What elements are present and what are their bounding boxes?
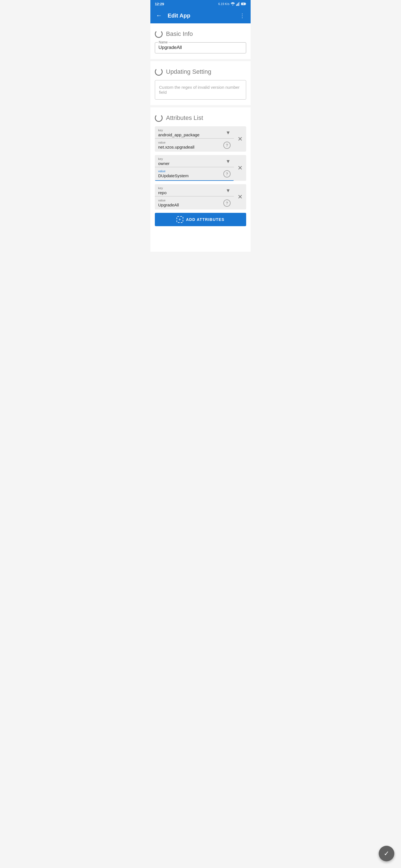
app-bar-left: ← Edit App [155,11,190,20]
updating-setting-loading-icon [155,68,163,76]
attribute-1-value-content: value net.xzos.upgradeall [158,141,194,149]
updating-setting-section-header: Updating Setting [150,61,251,80]
regex-placeholder: Custom the regex of invalid version numb… [159,85,239,95]
svg-point-0 [232,5,233,6]
attribute-2-dropdown-icon[interactable]: ▼ [226,159,231,164]
updating-setting-title: Updating Setting [166,68,211,75]
name-field-value[interactable]: UpgradeAll [159,44,182,50]
attribute-3-value-text: UpgradeAll [158,202,179,207]
add-attributes-label: ADD ATTRIBUTES [186,217,225,222]
attribute-1-key-field[interactable]: key android_app_package ▼ [155,126,234,138]
svg-rect-1 [236,4,237,6]
svg-rect-4 [239,2,240,6]
app-bar-title: Edit App [168,12,190,19]
status-bar: 12:29 6.19 K/s 58 [150,0,251,8]
svg-rect-3 [238,2,239,6]
content-area: Basic Info Name UpgradeAll Updating Sett… [150,23,251,252]
attribute-3-delete-button[interactable]: ✕ [235,192,245,202]
status-icons: 6.19 K/s 58 [218,2,246,6]
network-speed: 6.19 K/s [218,2,229,6]
app-bar: ← Edit App ⋮ [150,8,251,23]
attribute-3-key-label: key [158,186,167,190]
attribute-row-1: key android_app_package ▼ value net.xzos… [155,126,246,152]
basic-info-loading-icon [155,30,163,38]
attribute-2-delete-button[interactable]: ✕ [235,163,245,173]
add-attributes-icon: + [176,216,183,223]
attribute-2-key-label: key [158,157,170,160]
attribute-3-key-value: repo [158,190,167,195]
battery-icon: 58 [241,2,246,6]
back-button[interactable]: ← [155,11,163,20]
attribute-1-key-content: key android_app_package [158,128,199,137]
more-options-button[interactable]: ⋮ [238,11,246,20]
attribute-row-1-inner: key android_app_package ▼ value net.xzos… [155,126,234,152]
attribute-2-value-content: value DUpdateSystem [158,169,189,178]
attribute-2-value-text: DUpdateSystem [158,173,189,178]
svg-rect-6 [245,3,246,4]
attribute-3-key-content: key repo [158,186,167,195]
attribute-2-help-icon[interactable]: ? [223,170,231,178]
attribute-3-help-icon[interactable]: ? [223,199,231,207]
attribute-row-3-inner: key repo ▼ value UpgradeAll ? [155,184,234,210]
attribute-row-2: key owner ▼ value DUpdateSystem ? ✕ [155,155,246,181]
basic-info-title: Basic Info [166,30,193,37]
attribute-1-key-value: android_app_package [158,132,199,137]
attribute-3-value-label: value [158,199,179,202]
attribute-2-key-content: key owner [158,157,170,166]
attributes-list-section-header: Attributes List [150,107,251,126]
attribute-row-2-inner: key owner ▼ value DUpdateSystem ? [155,155,234,181]
svg-text:58: 58 [242,3,244,5]
svg-rect-2 [237,4,238,6]
attribute-1-dropdown-icon[interactable]: ▼ [226,130,231,136]
attribute-3-value-field[interactable]: value UpgradeAll ? [155,196,234,210]
section-divider-1 [150,59,251,61]
attribute-2-key-field[interactable]: key owner ▼ [155,155,234,167]
attribute-1-value-text: net.xzos.upgradeall [158,144,194,149]
section-divider-2 [150,105,251,107]
signal-icon [236,2,240,6]
attribute-2-value-label: value [158,169,189,173]
attribute-1-value-label: value [158,141,194,144]
add-icon-symbol: + [178,217,181,222]
attribute-row-3: key repo ▼ value UpgradeAll ? ✕ [155,184,246,210]
attribute-1-help-icon[interactable]: ? [223,142,231,149]
name-field-label: Name [158,40,169,44]
attribute-1-value-field[interactable]: value net.xzos.upgradeall ? [155,138,234,152]
attribute-1-delete-button[interactable]: ✕ [235,134,245,144]
add-attributes-button[interactable]: + ADD ATTRIBUTES [155,213,246,226]
name-field-container[interactable]: Name UpgradeAll [155,42,246,54]
attribute-3-value-content: value UpgradeAll [158,199,179,207]
basic-info-section-header: Basic Info [150,23,251,42]
attribute-2-key-value: owner [158,160,170,166]
attribute-3-key-field[interactable]: key repo ▼ [155,184,234,196]
attributes-list-loading-icon [155,114,163,122]
regex-field[interactable]: Custom the regex of invalid version numb… [155,80,246,100]
attribute-1-key-label: key [158,128,199,132]
attribute-2-value-field[interactable]: value DUpdateSystem ? [155,167,234,181]
attribute-3-dropdown-icon[interactable]: ▼ [226,188,231,194]
status-time: 12:29 [155,2,164,6]
attributes-list-title: Attributes List [166,114,203,122]
attributes-section: key android_app_package ▼ value net.xzos… [150,126,251,226]
wifi-icon [231,2,235,6]
